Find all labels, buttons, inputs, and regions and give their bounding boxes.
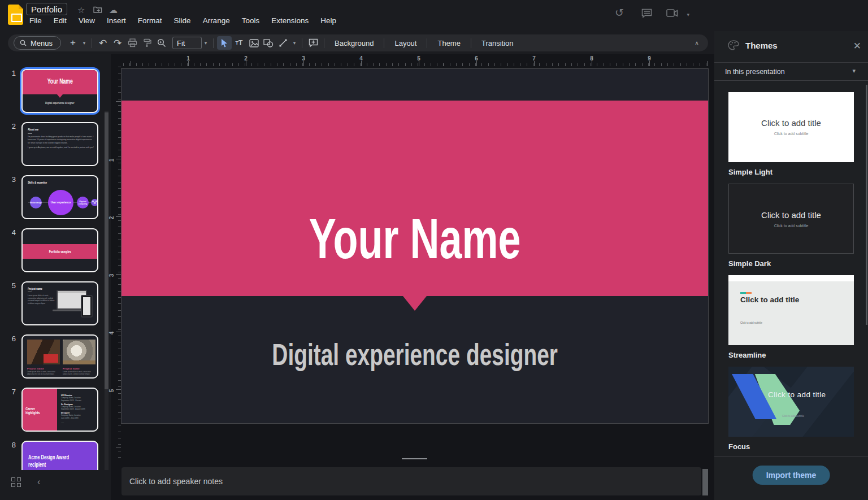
new-slide-button[interactable]: + — [66, 36, 80, 50]
slide-banner-notch — [403, 296, 427, 311]
theme-card-focus[interactable]: Click to add title Click to add subtitle — [728, 367, 854, 437]
theme-card-simple-light[interactable]: Click to add title Click to add subtitle — [728, 92, 854, 162]
themes-panel-scrollbar[interactable] — [866, 85, 867, 325]
streamline-accent-dash — [740, 292, 752, 294]
thumb6-photo-2 — [63, 340, 96, 364]
meet-camera-icon[interactable] — [666, 9, 679, 20]
thumb4-band: Portfolio samples — [23, 244, 97, 259]
search-icon — [20, 40, 27, 46]
slide-thumbnail-5[interactable]: Project name Lorem ipsum dolor sit amet,… — [21, 281, 98, 325]
thumb2-title: About me — [28, 128, 42, 131]
grid-view-icon[interactable] — [11, 477, 21, 487]
slide-title-text[interactable]: Your Name — [121, 210, 708, 267]
slide-page[interactable]: Your Name Digital experience designer — [121, 68, 709, 424]
in-this-presentation-section[interactable]: In this presentation ▾ — [714, 63, 868, 80]
zoom-select[interactable]: Fit — [172, 37, 202, 49]
slide-subtitle-text[interactable]: Digital experience designer — [121, 339, 708, 369]
palette-icon — [728, 40, 739, 53]
filmstrip-footer: ‹ — [0, 470, 111, 500]
theme-card-simple-dark[interactable]: Click to add title Click to add subtitle — [728, 184, 854, 254]
menu-extensions[interactable]: Extensions — [271, 16, 309, 25]
thumb6-body-1: Lorem ipsum dolor sit amet, consectetur … — [27, 371, 60, 375]
theme-card-streamline[interactable]: Click to add title Click to add subtitle — [728, 275, 854, 345]
menu-format[interactable]: Format — [138, 16, 162, 25]
transition-button[interactable]: Transition — [475, 39, 520, 47]
document-title[interactable]: Portfolio — [26, 3, 67, 15]
slide-number: 4 — [6, 228, 16, 237]
import-theme-button[interactable]: Import theme — [753, 466, 830, 485]
filmstrip-scrollbar[interactable] — [105, 111, 108, 470]
menu-edit[interactable]: Edit — [54, 16, 67, 25]
thumb5-body: Lorem ipsum dolor sit amet, consectetur … — [28, 294, 55, 305]
notes-resize-handle[interactable] — [402, 458, 427, 459]
move-folder-icon[interactable] — [93, 5, 102, 16]
thumb3-bubble-xr: AR, VR, XR — [91, 199, 98, 206]
toolbar-separator — [213, 38, 214, 48]
undo-button[interactable]: ↶ — [96, 36, 110, 50]
close-icon[interactable]: ✕ — [853, 40, 861, 52]
themes-panel: Themes ✕ In this presentation ▾ Click to… — [714, 31, 868, 500]
thumb7-jobs: UX Director Company Name, LocationSeptem… — [61, 394, 96, 423]
menu-arrange[interactable]: Arrange — [203, 16, 230, 25]
collapse-filmstrip-icon[interactable]: ‹ — [37, 477, 40, 487]
background-button[interactable]: Background — [328, 39, 380, 47]
speaker-notes-input[interactable]: Click to add speaker notes — [121, 467, 701, 495]
thumb6-caption-1: Project name — [27, 367, 60, 370]
thumb5-title: Project name — [28, 287, 47, 290]
themes-header: Themes ✕ — [714, 31, 868, 62]
new-slide-chevron-icon[interactable]: ▾ — [80, 40, 88, 46]
meet-chevron-down-icon[interactable]: ▾ — [687, 12, 689, 18]
slide-number: 6 — [6, 334, 16, 343]
star-icon[interactable]: ☆ — [77, 5, 85, 16]
import-theme-row: Import theme — [714, 456, 868, 500]
zoom-chevron-icon[interactable]: ▾ — [202, 40, 210, 46]
paint-format-button[interactable] — [140, 36, 154, 50]
insert-image-button[interactable] — [246, 36, 261, 50]
slide-thumbnail-6[interactable]: Project name Project name Lorem ipsum do… — [21, 334, 98, 379]
slide-thumbnail-3[interactable]: Skills & expertise Motion design User ex… — [21, 175, 98, 219]
menu-tools[interactable]: Tools — [242, 16, 260, 25]
slide-thumbnail-8[interactable]: Acme Design Award recipient — [21, 441, 98, 470]
menus-search-button[interactable]: Menus — [14, 36, 61, 50]
notes-scrollbar[interactable] — [702, 469, 708, 495]
menu-file[interactable]: File — [29, 16, 42, 25]
slides-logo-icon[interactable] — [8, 5, 23, 25]
thumb6-caption-2: Project name — [63, 367, 96, 370]
insert-line-button[interactable] — [276, 36, 290, 50]
print-button[interactable] — [125, 36, 140, 50]
toolbar-separator — [324, 38, 324, 48]
menu-view[interactable]: View — [79, 16, 95, 25]
toolbar-separator — [92, 38, 92, 48]
theme-label-simple-light: Simple Light — [728, 168, 772, 176]
slide-thumbnail-1[interactable]: Your Name Digital experience designer — [21, 69, 98, 113]
thumb6-photo-1 — [27, 340, 60, 364]
text-box-tool-button[interactable]: TT — [232, 36, 246, 50]
slide-thumbnail-4[interactable]: Portfolio samples — [21, 228, 98, 272]
slide-thumbnail-2[interactable]: About me I'm passionate about building g… — [21, 122, 98, 166]
menu-help[interactable]: Help — [320, 16, 336, 25]
slide-number: 1 — [6, 69, 16, 77]
thumb3-title: Skills & expertise — [28, 181, 54, 184]
slide-thumbnail-7[interactable]: Career highlights UX Director Company Na… — [21, 388, 98, 432]
menu-slide[interactable]: Slide — [174, 16, 191, 25]
menu-insert[interactable]: Insert — [107, 16, 126, 25]
toolbar-separator — [384, 38, 384, 48]
redo-button[interactable]: ↷ — [110, 36, 125, 50]
zoom-button[interactable] — [154, 36, 169, 50]
thumb3-bubble-ux: User experience — [48, 190, 73, 215]
insert-shape-button[interactable] — [261, 36, 276, 50]
theme-button[interactable]: Theme — [431, 39, 467, 47]
hide-menus-chevron-icon[interactable]: ∧ — [695, 40, 699, 47]
section-chevron-down-icon: ▾ — [852, 67, 856, 75]
layout-button[interactable]: Layout — [388, 39, 423, 47]
thumb1-subtitle: Digital experience designer — [23, 101, 97, 105]
select-tool-button[interactable] — [217, 36, 232, 50]
panel-divider — [714, 80, 868, 81]
version-history-icon[interactable]: ↺ — [615, 6, 624, 19]
line-chevron-icon[interactable]: ▾ — [290, 40, 298, 46]
google-slides-app: Portfolio ☆ ☁ File Edit View Insert Form… — [0, 0, 868, 500]
theme-label-simple-dark: Simple Dark — [728, 259, 771, 268]
insert-comment-button[interactable] — [306, 36, 320, 50]
comments-icon[interactable] — [641, 8, 652, 20]
cloud-status-icon[interactable]: ☁ — [109, 5, 118, 16]
